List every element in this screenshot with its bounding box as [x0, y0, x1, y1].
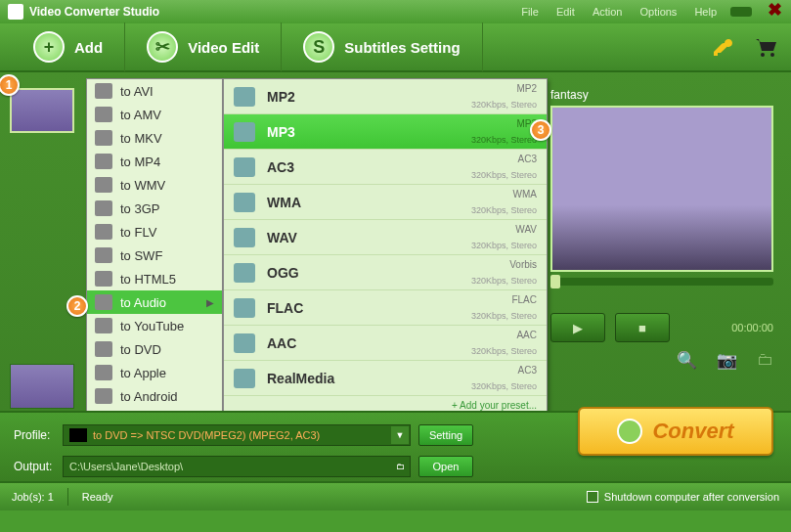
- setting-button[interactable]: Setting: [418, 424, 473, 446]
- audio-item-ac3[interactable]: AC3AC3320Kbps, Stereo: [224, 150, 547, 185]
- audio-item-rate: 320Kbps, Stereo: [471, 135, 537, 145]
- audio-item-flac[interactable]: FLACFLAC320Kbps, Stereo: [224, 290, 547, 326]
- audio-item-format: Vorbis: [509, 259, 537, 270]
- profile-field[interactable]: to DVD => NTSC DVD(MPEG2) (MPEG2, AC3) ▼: [63, 424, 411, 446]
- menu-edit[interactable]: Edit: [556, 6, 575, 18]
- format-item-to-mkv[interactable]: to MKV: [87, 126, 222, 150]
- audio-item-aac[interactable]: AACAAC320Kbps, Stereo: [224, 326, 547, 361]
- shutdown-label: Shutdown computer after conversion: [604, 491, 779, 503]
- menu-help[interactable]: Help: [694, 6, 717, 18]
- format-item-to-flv[interactable]: to FLV: [87, 220, 222, 244]
- output-field[interactable]: C:\Users\Jane\Desktop\ 🗀: [63, 456, 411, 477]
- audio-item-rate: 320Kbps, Stereo: [471, 205, 537, 215]
- seek-slider[interactable]: [550, 278, 773, 286]
- audio-item-name: AC3: [267, 159, 294, 175]
- add-label: Add: [74, 39, 103, 56]
- audio-item-icon: [234, 369, 255, 388]
- menu-bar: File Edit Action Options Help: [521, 6, 717, 18]
- video-edit-button[interactable]: ✂ Video Edit: [125, 22, 282, 71]
- close-button[interactable]: ✖: [766, 4, 783, 20]
- audio-item-rate: 320Kbps, Stereo: [471, 241, 537, 250]
- audio-item-mp2[interactable]: MP2MP2320Kbps, Stereo: [224, 79, 547, 114]
- format-item-to-dvd[interactable]: to DVD: [87, 337, 222, 361]
- app-logo-icon: [8, 4, 23, 20]
- audio-item-rate: 320Kbps, Stereo: [471, 346, 537, 356]
- bottom-panel: Profile: to DVD => NTSC DVD(MPEG2) (MPEG…: [0, 411, 791, 481]
- format-item-label: to SWF: [120, 248, 162, 263]
- format-item-to-audio[interactable]: to Audio▶: [87, 290, 222, 314]
- convert-icon: [617, 419, 642, 444]
- svg-point-1: [770, 53, 774, 57]
- stop-button[interactable]: ■: [615, 313, 670, 342]
- format-item-to-apple[interactable]: to Apple: [87, 361, 222, 384]
- format-item-to-mp4[interactable]: to MP4: [87, 150, 222, 173]
- thumbnail-column-2: [10, 364, 78, 413]
- search-tool-icon[interactable]: 🔍: [677, 350, 697, 371]
- audio-submenu: MP2MP2320Kbps, StereoMP3MP3320Kbps, Ster…: [223, 78, 548, 421]
- format-item-label: to FLV: [120, 225, 156, 240]
- format-item-to-html5[interactable]: to HTML5: [87, 267, 222, 290]
- audio-item-ogg[interactable]: OGGVorbis320Kbps, Stereo: [224, 255, 547, 290]
- audio-item-format: AC3: [518, 154, 537, 164]
- folder-tool-icon[interactable]: 🗀: [757, 350, 773, 371]
- audio-item-rate: 320Kbps, Stereo: [471, 170, 537, 180]
- preview-screen: [550, 106, 773, 272]
- menu-file[interactable]: File: [521, 6, 539, 18]
- audio-item-format: FLAC: [511, 294, 537, 305]
- title-bar: Video Converter Studio File Edit Action …: [0, 0, 791, 23]
- format-item-to-android[interactable]: to Android: [87, 384, 222, 408]
- step-badge-3: 3: [530, 119, 551, 141]
- shutdown-checkbox[interactable]: Shutdown computer after conversion: [587, 491, 779, 503]
- jobs-count: 1: [48, 491, 54, 503]
- browse-output-icon[interactable]: 🗀: [390, 457, 410, 476]
- format-item-to-youtube[interactable]: to YouTube: [87, 314, 222, 337]
- minimize-button[interactable]: [730, 7, 752, 17]
- output-label: Output:: [14, 460, 63, 473]
- slider-knob[interactable]: [550, 275, 560, 288]
- format-item-to-wmv[interactable]: to WMV: [87, 173, 222, 197]
- format-item-to-swf[interactable]: to SWF: [87, 244, 222, 267]
- convert-button[interactable]: Convert: [578, 407, 773, 456]
- audio-item-icon: [234, 193, 255, 212]
- audio-item-format: MP2: [516, 83, 537, 94]
- playback-controls: ▶ ■ 00:00:00: [550, 313, 773, 342]
- format-item-icon: [95, 154, 112, 169]
- format-item-icon: [95, 318, 112, 333]
- format-item-to-3gp[interactable]: to 3GP: [87, 197, 222, 220]
- svg-point-0: [761, 53, 765, 57]
- subtitles-button[interactable]: S Subtitles Setting: [282, 22, 482, 71]
- main-area: 1 2 3 to AVIto AMVto MKVto MP4to WMVto 3…: [0, 72, 791, 411]
- add-button[interactable]: + Add: [12, 22, 125, 71]
- audio-item-name: OGG: [267, 265, 299, 281]
- format-item-to-amv[interactable]: to AMV: [87, 103, 222, 126]
- audio-item-wav[interactable]: WAVWAV320Kbps, Stereo: [224, 220, 547, 255]
- audio-item-icon: [234, 87, 255, 107]
- menu-action[interactable]: Action: [593, 6, 623, 18]
- cart-icon[interactable]: [752, 35, 779, 59]
- thumbnail-item[interactable]: [10, 88, 74, 133]
- format-item-label: to MP4: [120, 155, 160, 169]
- format-item-label: to WMV: [120, 178, 165, 193]
- play-button[interactable]: ▶: [550, 313, 605, 342]
- audio-item-icon: [234, 228, 255, 247]
- audio-item-realmedia[interactable]: RealMediaAC3320Kbps, Stereo: [224, 361, 547, 396]
- audio-item-wma[interactable]: WMAWMA320Kbps, Stereo: [224, 185, 547, 220]
- subtitles-label: Subtitles Setting: [344, 39, 460, 56]
- audio-item-rate: 320Kbps, Stereo: [471, 381, 537, 391]
- thumbnail-column: [10, 88, 78, 137]
- thumbnail-item[interactable]: [10, 364, 74, 409]
- open-button[interactable]: Open: [418, 456, 473, 477]
- key-icon[interactable]: [711, 35, 734, 59]
- app-title: Video Converter Studio: [29, 5, 159, 19]
- audio-item-rate: 320Kbps, Stereo: [471, 311, 537, 321]
- status-bar: Job(s): 1 Ready Shutdown computer after …: [0, 481, 791, 510]
- format-item-icon: [95, 130, 112, 146]
- camera-tool-icon[interactable]: 📷: [717, 350, 737, 371]
- audio-item-icon: [234, 157, 255, 177]
- format-item-label: to Android: [120, 389, 178, 404]
- audio-item-mp3[interactable]: MP3MP3320Kbps, Stereo: [224, 114, 547, 150]
- profile-dropdown-icon[interactable]: ▼: [390, 425, 410, 445]
- menu-options[interactable]: Options: [639, 6, 677, 18]
- audio-item-name: MP3: [267, 124, 295, 140]
- format-item-to-avi[interactable]: to AVI: [87, 79, 222, 103]
